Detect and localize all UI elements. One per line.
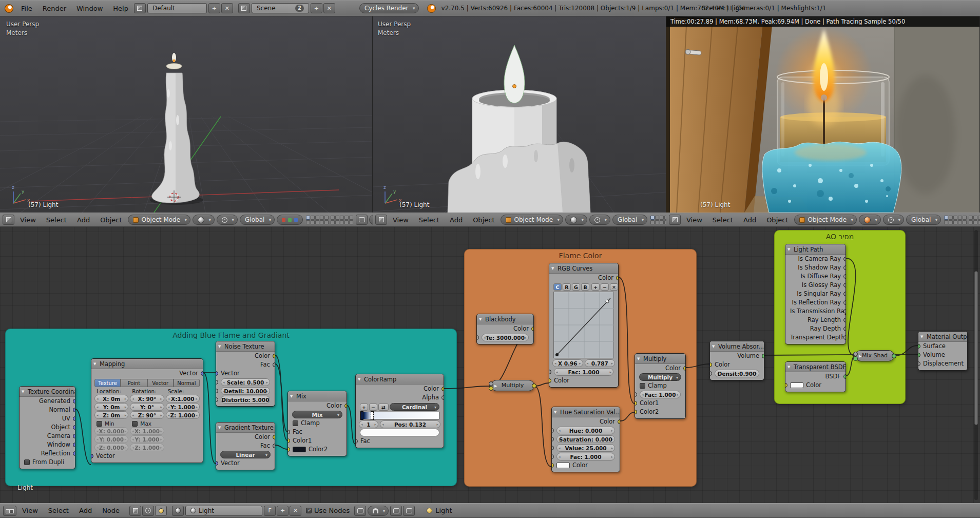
density-field[interactable]: Densit:0.900 xyxy=(715,370,759,377)
channel-b-button[interactable]: B xyxy=(581,283,589,291)
fac-field[interactable]: Fac: 1.000 xyxy=(554,368,613,376)
candle-mesh[interactable] xyxy=(152,53,200,203)
menu-select[interactable]: Select xyxy=(41,216,72,224)
node-mapping[interactable]: Mapping Vector Texture Point Vector Norm… xyxy=(91,358,203,463)
node-blackbody[interactable]: Blackbody Color Te: 3000.000 xyxy=(476,314,534,344)
socket-color-output[interactable] xyxy=(683,366,685,371)
location-y-field[interactable]: Y: 0m xyxy=(94,403,128,411)
editor-type-button[interactable] xyxy=(669,215,681,225)
layer-toggle[interactable] xyxy=(331,216,335,220)
layer-toggle[interactable] xyxy=(320,220,324,224)
clamp-checkbox[interactable] xyxy=(640,383,645,389)
socket-uv-output[interactable] xyxy=(73,416,75,421)
channel-r-button[interactable]: R xyxy=(563,283,571,291)
menu-view[interactable]: View xyxy=(388,216,414,224)
stop-color-swatch[interactable] xyxy=(360,429,439,436)
point-y-field[interactable]: 0.787 xyxy=(585,359,616,367)
layer-toggle[interactable] xyxy=(953,220,957,224)
layer-toggle[interactable] xyxy=(949,220,953,224)
layer-toggle[interactable] xyxy=(349,220,353,224)
node-gradient-texture[interactable]: Gradient Texture Color Fac Linear Vector xyxy=(216,422,275,470)
layer-toggle[interactable] xyxy=(335,216,339,220)
layer-toggle[interactable] xyxy=(340,220,344,224)
tab-vector[interactable]: Vector xyxy=(147,379,174,387)
socket-shader-input[interactable] xyxy=(853,356,858,361)
layer-toggle[interactable] xyxy=(969,216,973,220)
stop-position-field[interactable]: Pos: 0.132 xyxy=(380,420,440,428)
socket-color-input[interactable] xyxy=(552,463,554,468)
viewport-3d-middle[interactable]: x y z User Persp Meters (57) Light xyxy=(373,16,666,213)
menu-object[interactable]: Object xyxy=(761,216,793,224)
socket-value-input[interactable] xyxy=(552,446,554,450)
node-header[interactable]: Gradient Texture xyxy=(216,423,275,433)
viewport-shading-select[interactable] xyxy=(565,215,587,225)
channel-c-button[interactable]: C xyxy=(553,283,562,291)
menu-add[interactable]: Add xyxy=(74,507,97,514)
node-colorramp[interactable]: ColorRamp Color Alpha + − ⇄ Cardinal 1 P… xyxy=(355,374,444,448)
shader-type-object-button[interactable] xyxy=(129,506,141,516)
menu-select[interactable]: Select xyxy=(414,216,445,224)
socket-object-output[interactable] xyxy=(73,425,75,430)
socket-vector-output[interactable] xyxy=(201,371,203,376)
socket-density-input[interactable] xyxy=(710,371,712,376)
layer-toggle[interactable] xyxy=(320,216,324,220)
node-editor-scrollbar[interactable] xyxy=(974,230,978,500)
screen-layout-browse-button[interactable] xyxy=(134,3,146,13)
socket-color2-input[interactable] xyxy=(288,447,290,452)
layer-toggle[interactable] xyxy=(324,220,329,224)
translate-manipulator-icon[interactable] xyxy=(282,218,285,222)
socket-volume-input[interactable] xyxy=(918,353,920,357)
add-layout-button[interactable]: + xyxy=(208,3,220,13)
menu-add[interactable]: Add xyxy=(445,216,468,224)
delete-stop-button[interactable]: − xyxy=(369,404,377,411)
min-y-field[interactable]: Y: 0.000 xyxy=(94,435,128,443)
color-ramp-gradient[interactable] xyxy=(360,412,439,419)
temperature-field[interactable]: Te: 3000.000 xyxy=(482,334,529,341)
layer-toggle[interactable] xyxy=(944,216,948,220)
material-browse-button[interactable] xyxy=(172,506,184,516)
socket-temperature-input[interactable] xyxy=(477,335,479,340)
location-z-field[interactable]: Z: 0m xyxy=(94,411,128,419)
socket-fac-input[interactable] xyxy=(489,381,493,386)
value-field[interactable]: Value: 25.000 xyxy=(556,444,615,452)
close-layout-button[interactable]: ✕ xyxy=(221,3,233,13)
layer-toggle[interactable] xyxy=(344,216,349,220)
socket-scale-input[interactable] xyxy=(216,380,218,385)
node-volume-absorption[interactable]: Volume Absor... Volume Color Densit:0.90… xyxy=(709,341,764,380)
min-z-field[interactable]: Z: 0.000 xyxy=(94,444,128,451)
socket-vector-input[interactable] xyxy=(91,454,93,458)
fac-field[interactable]: Fac: 1.000 xyxy=(640,391,681,398)
node-header[interactable]: Light Path xyxy=(785,244,846,255)
clipping-options-button[interactable]: ✕ xyxy=(610,283,618,291)
shader-type-lamp-button[interactable] xyxy=(155,506,167,516)
viewport-3d-left[interactable]: x y z User Persp Meters (57) Light xyxy=(0,16,373,213)
socket-volume-output[interactable] xyxy=(762,354,764,358)
max-checkbox[interactable] xyxy=(132,421,138,427)
channel-g-button[interactable]: G xyxy=(572,283,580,291)
viewport-render[interactable]: Time:00:27.89 | Mem:68.73M, Peak:69.94M … xyxy=(666,16,980,213)
node-mix[interactable]: Mix Color Mix Clamp Fac Color1 Color2 xyxy=(287,391,347,456)
socket-color-output[interactable] xyxy=(344,404,347,408)
socket-ray-depth[interactable] xyxy=(843,327,846,331)
layers-widget[interactable] xyxy=(944,216,980,224)
layer-toggle[interactable] xyxy=(949,216,953,220)
menu-add[interactable]: Add xyxy=(738,216,761,224)
viewport-shading-select[interactable] xyxy=(859,215,881,225)
rotation-x-field[interactable]: X: 90° xyxy=(130,395,164,402)
location-x-field[interactable]: X: 0m xyxy=(94,395,128,402)
rotate-manipulator-icon[interactable] xyxy=(288,218,292,222)
layer-toggle[interactable] xyxy=(958,220,962,224)
fac-field[interactable]: Fac: 1.000 xyxy=(556,453,615,461)
scene-browse-button[interactable] xyxy=(238,3,250,13)
color2-swatch[interactable] xyxy=(293,447,306,452)
layer-toggle[interactable] xyxy=(335,220,339,224)
node-transparent-bsdf[interactable]: Transparent BSDF BSDF Color xyxy=(785,361,846,392)
socket-fac-output[interactable] xyxy=(273,444,275,448)
gradient-type-select[interactable]: Linear xyxy=(220,451,271,458)
menu-view[interactable]: View xyxy=(681,216,707,224)
scale-x-field[interactable]: X:1.000 xyxy=(166,395,200,402)
menu-node[interactable]: Node xyxy=(97,507,125,514)
layer-toggle[interactable] xyxy=(969,220,973,224)
socket-alpha-output[interactable] xyxy=(441,395,444,400)
detail-field[interactable]: Detail: 10.000 xyxy=(221,387,270,395)
